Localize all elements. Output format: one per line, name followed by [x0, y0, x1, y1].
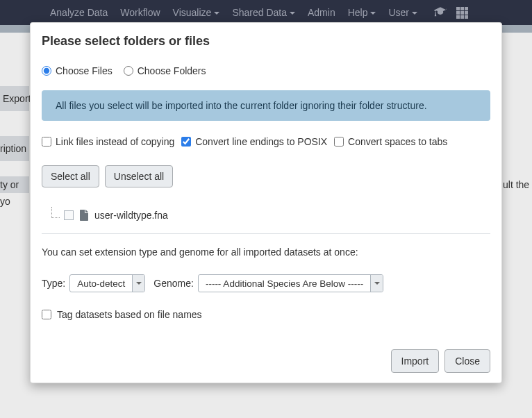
- checkbox-tag-label: Tag datasets based on file names: [57, 309, 202, 320]
- file-icon: [79, 210, 89, 221]
- nav-help[interactable]: Help: [348, 7, 376, 18]
- close-button[interactable]: Close: [444, 349, 490, 373]
- unselect-all-button[interactable]: Unselect all: [105, 165, 173, 187]
- modal-title: Please select folders or files: [42, 34, 490, 49]
- checkbox-link-label: Link files instead of copying: [56, 136, 174, 147]
- type-genome-row: Type: Auto-detect Genome: ----- Addition…: [42, 274, 490, 292]
- chevron-down-icon: [374, 282, 380, 285]
- grid-icon[interactable]: [456, 7, 468, 19]
- selection-buttons: Select all Unselect all: [42, 165, 490, 187]
- nav-admin[interactable]: Admin: [308, 7, 335, 18]
- chevron-down-icon: [290, 12, 295, 15]
- nav-analyze-data[interactable]: Analyze Data: [50, 7, 108, 18]
- checkbox-tabs-label: Convert spaces to tabs: [348, 136, 447, 147]
- checkbox-link-files[interactable]: [42, 137, 51, 147]
- nav-shared-data[interactable]: Shared Data: [232, 7, 295, 18]
- navbar: Analyze Data Workflow Visualize Shared D…: [0, 0, 532, 25]
- import-modal: Please select folders or files Choose Fi…: [30, 22, 502, 383]
- type-select-arrow[interactable]: [132, 275, 144, 292]
- tree-connector-icon: [51, 207, 60, 218]
- info-alert: All files you select will be imported in…: [42, 90, 490, 121]
- file-row[interactable]: user-wildtype.fna: [49, 210, 490, 221]
- nav-visualize[interactable]: Visualize: [173, 7, 220, 18]
- radio-files-label[interactable]: Choose Files: [42, 65, 113, 76]
- genome-select-arrow[interactable]: [370, 275, 383, 292]
- import-button[interactable]: Import: [391, 349, 440, 373]
- type-select[interactable]: Auto-detect: [69, 274, 145, 292]
- radio-files-text: Choose Files: [56, 65, 113, 76]
- nav-user[interactable]: User: [388, 7, 417, 18]
- modal-body: Choose Files Choose Folders All files yo…: [31, 65, 501, 340]
- mode-radio-group: Choose Files Choose Folders: [42, 65, 490, 76]
- file-tree: user-wildtype.fna: [42, 206, 490, 234]
- nav-workflow[interactable]: Workflow: [120, 7, 160, 18]
- checkbox-tag-datasets[interactable]: [42, 310, 51, 319]
- chevron-down-icon: [214, 12, 219, 15]
- extension-info: You can set extension type and genome fo…: [42, 246, 490, 258]
- tag-row: Tag datasets based on file names: [42, 309, 490, 320]
- chevron-down-icon: [412, 12, 417, 15]
- checkbox-tabs[interactable]: [334, 137, 344, 147]
- genome-select[interactable]: ----- Additional Species Are Below -----: [198, 274, 383, 292]
- modal-header: Please select folders or files: [31, 23, 501, 65]
- radio-folders-label[interactable]: Choose Folders: [124, 65, 206, 76]
- chevron-down-icon: [136, 282, 142, 285]
- radio-folders-text: Choose Folders: [138, 65, 206, 76]
- chevron-down-icon: [370, 12, 376, 15]
- graduation-cap-icon[interactable]: [434, 7, 447, 17]
- genome-label: Genome:: [153, 278, 194, 289]
- genome-select-value: ----- Additional Species Are Below -----: [199, 275, 370, 292]
- type-select-value: Auto-detect: [70, 275, 132, 292]
- radio-choose-folders[interactable]: [124, 66, 133, 76]
- options-row: Link files instead of copying Convert li…: [42, 136, 490, 147]
- select-all-button[interactable]: Select all: [42, 165, 99, 187]
- checkbox-posix-label: Convert line endings to POSIX: [195, 136, 327, 147]
- modal-footer: Import Close: [31, 340, 501, 383]
- file-checkbox[interactable]: [64, 210, 74, 220]
- type-label: Type:: [42, 278, 65, 289]
- checkbox-posix[interactable]: [181, 137, 191, 147]
- radio-choose-files[interactable]: [42, 66, 51, 76]
- file-name: user-wildtype.fna: [94, 210, 168, 221]
